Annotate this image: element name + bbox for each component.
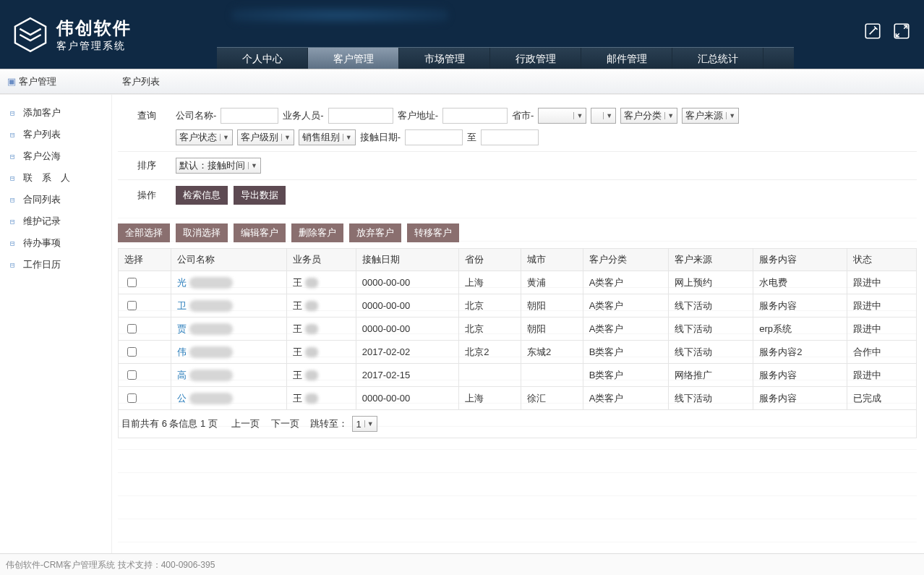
cell-city: 朝阳 (521, 318, 583, 341)
address-input[interactable] (442, 108, 508, 124)
cell-src: 线下活动 (668, 387, 753, 410)
sidebar-item-1[interactable]: ⊟客户列表 (0, 124, 111, 145)
row-checkbox[interactable] (127, 301, 137, 310)
sidebar-item-0[interactable]: ⊟添加客户 (0, 102, 111, 124)
company-link[interactable]: 公 (177, 393, 187, 404)
nav-item-1[interactable]: 客户管理 (308, 48, 399, 69)
app-header: 伟创软件 客户管理系统 个人中心客户管理市场管理行政管理邮件管理汇总统计 (0, 0, 924, 69)
edit-icon[interactable] (863, 22, 882, 43)
redacted (189, 370, 233, 381)
subheader-left-text: 客户管理 (19, 76, 56, 87)
sidebar-item-4[interactable]: ⊟合同列表 (0, 189, 111, 210)
company-link[interactable]: 伟 (177, 346, 187, 357)
cell-sales: 王 (287, 271, 356, 294)
nav-item-0[interactable]: 个人中心 (217, 48, 308, 69)
row-checkbox[interactable] (127, 393, 137, 403)
col-header-8: 服务内容 (753, 249, 847, 271)
cell-svc: 服务内容2 (753, 341, 847, 364)
category-select-label: 客户分类 (624, 109, 662, 122)
bulk-btn-5[interactable]: 转移客户 (407, 223, 459, 242)
table-row: 伟 王 2017-02-02北京2东城2B类客户线下活动服务内容2合作中 (119, 341, 917, 364)
status-select[interactable]: 客户状态▼ (176, 129, 233, 145)
company-link[interactable]: 光 (177, 277, 187, 288)
nav-item-4[interactable]: 邮件管理 (581, 48, 672, 69)
company-link[interactable]: 高 (177, 370, 187, 380)
tree-icon: ⊟ (10, 239, 19, 248)
pager-jump-select[interactable]: 1▼ (352, 416, 377, 432)
nav-item-5[interactable]: 汇总统计 (672, 48, 763, 69)
cell-prov: 北京2 (459, 341, 521, 364)
cell-status: 跟进中 (847, 318, 917, 341)
tree-icon: ⊟ (10, 195, 19, 205)
source-select[interactable]: 客户来源▼ (682, 108, 739, 124)
sidebar-item-7[interactable]: ⊟工作日历 (0, 254, 111, 276)
cell-cat: A类客户 (583, 318, 668, 341)
sidebar-item-5[interactable]: ⊟维护记录 (0, 210, 111, 232)
logo-text: 伟创软件 客户管理系统 (56, 17, 132, 53)
pager-prev[interactable]: 上一页 (231, 417, 260, 430)
province-select[interactable]: ▼ (538, 108, 586, 124)
tree-icon: ⊟ (10, 174, 19, 183)
bulk-btn-2[interactable]: 编辑客户 (234, 223, 286, 242)
page-title: 客户列表 (112, 75, 160, 88)
row-checkbox[interactable] (127, 370, 137, 380)
cell-svc: 服务内容 (753, 364, 847, 387)
sort-section-label: 排序 (118, 159, 176, 172)
redacted (189, 346, 233, 358)
nav-item-3[interactable]: 行政管理 (490, 48, 581, 69)
expand-icon[interactable] (892, 22, 911, 43)
cell-cat: A类客户 (583, 387, 668, 410)
cell-status: 跟进中 (847, 364, 917, 387)
cell-date: 0000-00-00 (356, 318, 459, 341)
salesgroup-select[interactable]: 销售组别▼ (299, 129, 356, 145)
date-from-input[interactable] (405, 129, 463, 145)
search-button[interactable]: 检索信息 (176, 186, 228, 205)
export-button[interactable]: 导出数据 (234, 186, 286, 205)
level-select[interactable]: 客户级别▼ (237, 129, 294, 145)
row-checkbox[interactable] (127, 278, 137, 287)
bulk-btn-3[interactable]: 删除客户 (291, 223, 343, 242)
city-select[interactable]: ▼ (591, 108, 616, 124)
ops-section-label: 操作 (118, 189, 176, 202)
row-checkbox[interactable] (127, 347, 137, 357)
category-select[interactable]: 客户分类▼ (620, 108, 677, 124)
cell-src: 线下活动 (668, 341, 753, 364)
cell-svc: 服务内容 (753, 294, 847, 318)
sort-select-label: 默认：接触时间 (179, 159, 245, 172)
footer: 伟创软件-CRM客户管理系统 技术支持：400-0906-395 (0, 553, 924, 575)
cell-prov: 北京 (459, 294, 521, 318)
sales-input[interactable] (328, 108, 393, 124)
table-row: 高 王 2017-02-15B类客户网络推广服务内容跟进中 (119, 364, 917, 387)
pager-summary: 目前共有 6 条信息 1 页 (121, 417, 218, 430)
sidebar-item-2[interactable]: ⊟客户公海 (0, 145, 111, 167)
bulk-btn-4[interactable]: 放弃客户 (349, 223, 401, 242)
sidebar-item-3[interactable]: ⊟联 系 人 (0, 167, 111, 189)
redacted (305, 347, 318, 357)
logo-block: 伟创软件 客户管理系统 (0, 0, 217, 69)
cell-svc: erp系统 (753, 318, 847, 341)
col-header-9: 状态 (847, 249, 917, 271)
cell-prov: 上海 (459, 387, 521, 410)
company-input[interactable] (221, 108, 278, 124)
cell-cat: B类客户 (583, 364, 668, 387)
sidebar-item-6[interactable]: ⊟待办事项 (0, 232, 111, 254)
row-checkbox[interactable] (127, 324, 137, 333)
bulk-btn-1[interactable]: 取消选择 (176, 223, 228, 242)
company-link[interactable]: 卫 (177, 300, 187, 311)
company-link[interactable]: 贾 (177, 323, 187, 334)
date-to-input[interactable] (481, 129, 539, 145)
col-header-5: 城市 (521, 249, 583, 271)
nav-item-2[interactable]: 市场管理 (399, 48, 490, 69)
cell-date: 0000-00-00 (356, 387, 459, 410)
sort-select[interactable]: 默认：接触时间▼ (176, 158, 261, 174)
bulk-btn-0[interactable]: 全部选择 (118, 223, 170, 242)
redacted (305, 393, 318, 404)
pager-next[interactable]: 下一页 (271, 417, 299, 430)
cell-city (521, 364, 583, 387)
pager-current: 1 (356, 419, 361, 430)
bulk-actions: 全部选择取消选择编辑客户删除客户放弃客户转移客户 (118, 223, 917, 242)
cell-sales: 王 (287, 318, 356, 341)
col-header-3: 接触日期 (356, 249, 459, 271)
col-header-7: 客户来源 (668, 249, 753, 271)
col-header-0: 选择 (119, 249, 171, 271)
